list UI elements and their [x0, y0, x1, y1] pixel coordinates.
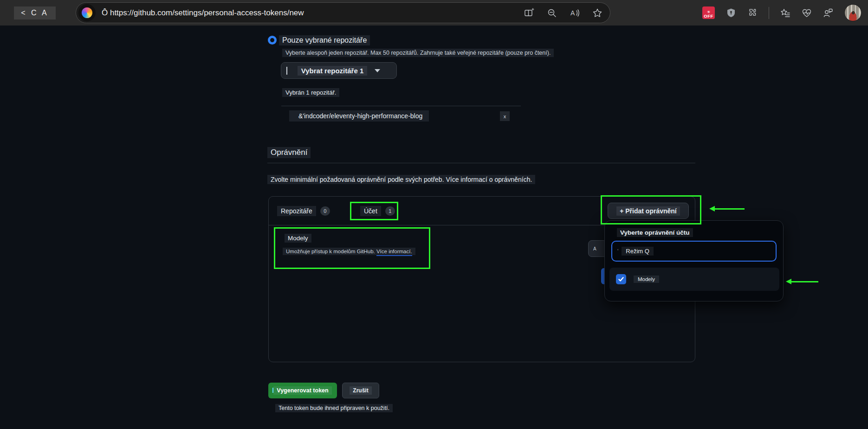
permission-item-description: Umožňuje přístup k modelům GitHub. Více … — [283, 249, 415, 254]
extensions-puzzle-icon[interactable] — [747, 8, 758, 18]
browser-essentials-heart-icon[interactable] — [802, 8, 812, 18]
browser-nav-buttons[interactable]: < C A — [14, 6, 56, 19]
add-permission-button[interactable]: + Přidat oprávnění — [608, 203, 689, 219]
cancel-button[interactable]: Zrušit — [342, 383, 379, 398]
annotation-arrow-add-permission — [709, 208, 745, 210]
models-info-link[interactable]: Více informací. — [376, 249, 412, 256]
browser-profile-avatar[interactable] — [844, 4, 862, 21]
remove-repo-button[interactable]: x — [500, 111, 510, 121]
browser-chrome: < C A Ô https://github.com/settings/pers… — [0, 0, 868, 26]
selected-count-note: Vybrán 1 repozitář. — [282, 88, 339, 97]
token-ready-note: Tento token bude ihned připraven k použi… — [275, 404, 393, 412]
github-token-page: Pouze vybrané repozitáře Vyberte alespoň… — [0, 26, 868, 429]
search-cursor: ' — [617, 248, 618, 255]
read-aloud-icon[interactable]: A — [570, 8, 580, 18]
select-repositories-button[interactable]: Vybrat repozitáře 1 — [281, 62, 397, 79]
extension-off-icon[interactable]: ☀ OFF — [702, 6, 715, 19]
repo-selection-hint: Vyberte alespoň jeden repozitář. Max 50 … — [282, 49, 554, 57]
dropdown-title: Vyberte oprávnění účtu — [617, 228, 693, 237]
svg-text:A: A — [570, 9, 575, 17]
account-count-badge: 1 — [385, 206, 395, 216]
permissions-divider — [267, 163, 695, 163]
repo-list-divider — [281, 106, 521, 106]
account-permissions-dropdown: Vyberte oprávnění účtu ' Režim Q Modely — [604, 220, 784, 301]
split-screen-icon[interactable] — [524, 8, 534, 18]
cursor-artifact — [272, 388, 273, 393]
models-option-row[interactable]: Modely — [609, 268, 779, 291]
permission-item-title: Modely — [285, 234, 311, 243]
selected-repo-name: &'indcoder/eleventy-high-performance-blo… — [289, 110, 429, 122]
toolbar-divider — [769, 7, 769, 19]
generate-token-button[interactable]: Vygenerovat token — [268, 383, 337, 398]
chevron-down-icon — [375, 69, 380, 72]
permissions-description: Zvolte minimální požadovaná oprávnění po… — [267, 176, 535, 183]
selected-repos-radio-label: Pouze vybrané repozitáře — [279, 35, 370, 45]
favorite-star-icon[interactable] — [592, 8, 602, 18]
zoom-out-icon[interactable] — [547, 8, 557, 18]
text-cursor-artifact — [286, 67, 287, 75]
permissions-info-link[interactable]: Více informací o oprávněních. — [446, 176, 532, 183]
permission-search-input[interactable]: ' Režim Q — [611, 241, 777, 262]
checked-checkbox-icon[interactable] — [616, 274, 626, 284]
copilot-icon[interactable] — [78, 4, 96, 21]
repositories-count-badge: 0 — [320, 206, 330, 216]
feedback-person-icon[interactable] — [823, 8, 833, 18]
tab-repositories[interactable]: Repozitáře 0 — [277, 206, 330, 216]
selected-repos-radio[interactable] — [268, 36, 277, 45]
models-option-label: Modely — [634, 275, 659, 283]
address-bar[interactable]: Ô https://github.com/settings/personal-a… — [76, 2, 610, 23]
shield-extension-icon[interactable] — [726, 8, 736, 18]
collections-star-icon[interactable] — [780, 8, 790, 18]
permissions-heading: Oprávnění — [267, 147, 311, 158]
annotation-arrow-models-option — [786, 281, 818, 282]
tab-account[interactable]: Účet 1 — [360, 206, 395, 216]
url-text[interactable]: Ô https://github.com/settings/personal-a… — [102, 8, 304, 18]
